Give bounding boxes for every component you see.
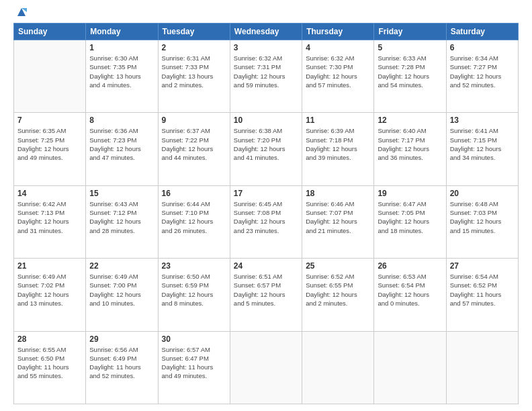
day-number: 16	[162, 189, 226, 198]
day-info: Sunrise: 6:56 AM Sunset: 6:49 PM Dayligh…	[89, 345, 154, 381]
calendar-cell: 7Sunrise: 6:35 AM Sunset: 7:25 PM Daylig…	[14, 113, 86, 185]
week-row-4: 28Sunrise: 6:55 AM Sunset: 6:50 PM Dayli…	[14, 331, 519, 404]
day-info: Sunrise: 6:50 AM Sunset: 6:59 PM Dayligh…	[162, 272, 226, 308]
day-info: Sunrise: 6:32 AM Sunset: 7:30 PM Dayligh…	[306, 54, 370, 89]
day-info: Sunrise: 6:32 AM Sunset: 7:31 PM Dayligh…	[234, 54, 298, 89]
calendar-cell: 16Sunrise: 6:44 AM Sunset: 7:10 PM Dayli…	[158, 185, 230, 258]
day-number: 28	[17, 334, 82, 344]
day-info: Sunrise: 6:39 AM Sunset: 7:18 PM Dayligh…	[306, 126, 370, 162]
calendar-cell: 14Sunrise: 6:42 AM Sunset: 7:13 PM Dayli…	[14, 185, 86, 258]
calendar-cell: 13Sunrise: 6:41 AM Sunset: 7:15 PM Dayli…	[446, 113, 518, 185]
calendar-cell: 18Sunrise: 6:46 AM Sunset: 7:07 PM Dayli…	[302, 185, 374, 258]
day-info: Sunrise: 6:55 AM Sunset: 6:50 PM Dayligh…	[17, 345, 82, 381]
day-number: 12	[378, 116, 442, 125]
day-number: 26	[378, 261, 442, 271]
col-header-thursday: Thursday	[302, 24, 374, 40]
logo-icon	[15, 5, 28, 19]
calendar-cell: 28Sunrise: 6:55 AM Sunset: 6:50 PM Dayli…	[14, 331, 86, 404]
calendar-cell	[302, 331, 374, 404]
week-row-1: 7Sunrise: 6:35 AM Sunset: 7:25 PM Daylig…	[14, 113, 519, 185]
day-info: Sunrise: 6:41 AM Sunset: 7:15 PM Dayligh…	[450, 126, 515, 162]
calendar-cell: 19Sunrise: 6:47 AM Sunset: 7:05 PM Dayli…	[374, 185, 446, 258]
day-number: 22	[89, 261, 154, 271]
day-number: 7	[17, 116, 82, 125]
day-info: Sunrise: 6:37 AM Sunset: 7:22 PM Dayligh…	[162, 126, 226, 162]
calendar-cell: 6Sunrise: 6:34 AM Sunset: 7:27 PM Daylig…	[446, 40, 518, 113]
calendar-cell	[14, 40, 86, 113]
day-number: 15	[89, 189, 154, 198]
day-number: 6	[450, 43, 515, 52]
calendar-cell: 9Sunrise: 6:37 AM Sunset: 7:22 PM Daylig…	[158, 113, 230, 185]
day-info: Sunrise: 6:54 AM Sunset: 6:52 PM Dayligh…	[450, 272, 515, 308]
day-info: Sunrise: 6:44 AM Sunset: 7:10 PM Dayligh…	[162, 199, 226, 235]
day-info: Sunrise: 6:35 AM Sunset: 7:25 PM Dayligh…	[17, 126, 82, 162]
day-number: 5	[378, 43, 442, 52]
week-row-0: 1Sunrise: 6:30 AM Sunset: 7:35 PM Daylig…	[14, 40, 519, 113]
calendar-cell	[446, 331, 518, 404]
calendar-cell: 4Sunrise: 6:32 AM Sunset: 7:30 PM Daylig…	[302, 40, 374, 113]
calendar-cell: 21Sunrise: 6:49 AM Sunset: 7:02 PM Dayli…	[14, 259, 86, 331]
calendar-cell: 1Sunrise: 6:30 AM Sunset: 7:35 PM Daylig…	[86, 40, 158, 113]
calendar-cell: 8Sunrise: 6:36 AM Sunset: 7:23 PM Daylig…	[86, 113, 158, 185]
calendar-cell: 5Sunrise: 6:33 AM Sunset: 7:28 PM Daylig…	[374, 40, 446, 113]
day-info: Sunrise: 6:43 AM Sunset: 7:12 PM Dayligh…	[89, 199, 154, 235]
calendar-cell: 25Sunrise: 6:52 AM Sunset: 6:55 PM Dayli…	[302, 259, 374, 331]
day-number: 9	[162, 116, 226, 125]
day-number: 18	[306, 189, 370, 198]
col-header-friday: Friday	[374, 24, 446, 40]
calendar-cell	[374, 331, 446, 404]
day-info: Sunrise: 6:46 AM Sunset: 7:07 PM Dayligh…	[306, 199, 370, 235]
day-number: 19	[378, 189, 442, 198]
day-info: Sunrise: 6:36 AM Sunset: 7:23 PM Dayligh…	[89, 126, 154, 162]
day-info: Sunrise: 6:33 AM Sunset: 7:28 PM Dayligh…	[378, 54, 442, 89]
day-info: Sunrise: 6:30 AM Sunset: 7:35 PM Dayligh…	[89, 54, 154, 89]
day-number: 10	[234, 116, 298, 125]
day-number: 17	[234, 189, 298, 198]
calendar-cell: 23Sunrise: 6:50 AM Sunset: 6:59 PM Dayli…	[158, 259, 230, 331]
day-info: Sunrise: 6:40 AM Sunset: 7:17 PM Dayligh…	[378, 126, 442, 162]
calendar-cell: 10Sunrise: 6:38 AM Sunset: 7:20 PM Dayli…	[230, 113, 302, 185]
calendar-cell: 20Sunrise: 6:48 AM Sunset: 7:03 PM Dayli…	[446, 185, 518, 258]
col-header-monday: Monday	[86, 24, 158, 40]
col-header-saturday: Saturday	[446, 24, 518, 40]
day-number: 11	[306, 116, 370, 125]
col-header-wednesday: Wednesday	[230, 24, 302, 40]
day-number: 29	[89, 334, 154, 344]
day-number: 25	[306, 261, 370, 271]
calendar-cell: 2Sunrise: 6:31 AM Sunset: 7:33 PM Daylig…	[158, 40, 230, 113]
day-info: Sunrise: 6:52 AM Sunset: 6:55 PM Dayligh…	[306, 272, 370, 308]
week-row-2: 14Sunrise: 6:42 AM Sunset: 7:13 PM Dayli…	[14, 185, 519, 258]
calendar-cell: 24Sunrise: 6:51 AM Sunset: 6:57 PM Dayli…	[230, 259, 302, 331]
day-number: 2	[162, 43, 226, 52]
calendar-cell	[230, 331, 302, 404]
day-info: Sunrise: 6:53 AM Sunset: 6:54 PM Dayligh…	[378, 272, 442, 308]
calendar-cell: 15Sunrise: 6:43 AM Sunset: 7:12 PM Dayli…	[86, 185, 158, 258]
calendar-cell: 26Sunrise: 6:53 AM Sunset: 6:54 PM Dayli…	[374, 259, 446, 331]
day-info: Sunrise: 6:57 AM Sunset: 6:47 PM Dayligh…	[162, 345, 226, 381]
day-number: 30	[162, 334, 226, 344]
day-info: Sunrise: 6:34 AM Sunset: 7:27 PM Dayligh…	[450, 54, 515, 89]
day-info: Sunrise: 6:48 AM Sunset: 7:03 PM Dayligh…	[450, 199, 515, 235]
day-number: 14	[17, 189, 82, 198]
calendar-cell: 3Sunrise: 6:32 AM Sunset: 7:31 PM Daylig…	[230, 40, 302, 113]
day-number: 23	[162, 261, 226, 271]
calendar-table: SundayMondayTuesdayWednesdayThursdayFrid…	[13, 23, 519, 404]
calendar-cell: 17Sunrise: 6:45 AM Sunset: 7:08 PM Dayli…	[230, 185, 302, 258]
calendar-cell: 29Sunrise: 6:56 AM Sunset: 6:49 PM Dayli…	[86, 331, 158, 404]
logo	[13, 12, 28, 16]
calendar-cell: 11Sunrise: 6:39 AM Sunset: 7:18 PM Dayli…	[302, 113, 374, 185]
calendar-cell: 30Sunrise: 6:57 AM Sunset: 6:47 PM Dayli…	[158, 331, 230, 404]
column-headers: SundayMondayTuesdayWednesdayThursdayFrid…	[14, 24, 519, 40]
page: SundayMondayTuesdayWednesdayThursdayFrid…	[0, 0, 532, 411]
day-info: Sunrise: 6:38 AM Sunset: 7:20 PM Dayligh…	[234, 126, 298, 162]
col-header-tuesday: Tuesday	[158, 24, 230, 40]
day-info: Sunrise: 6:45 AM Sunset: 7:08 PM Dayligh…	[234, 199, 298, 235]
day-number: 21	[17, 261, 82, 271]
day-number: 1	[89, 43, 154, 52]
day-info: Sunrise: 6:42 AM Sunset: 7:13 PM Dayligh…	[17, 199, 82, 235]
day-info: Sunrise: 6:31 AM Sunset: 7:33 PM Dayligh…	[162, 54, 226, 89]
day-info: Sunrise: 6:49 AM Sunset: 7:00 PM Dayligh…	[89, 272, 154, 308]
day-info: Sunrise: 6:51 AM Sunset: 6:57 PM Dayligh…	[234, 272, 298, 308]
week-row-3: 21Sunrise: 6:49 AM Sunset: 7:02 PM Dayli…	[14, 259, 519, 331]
col-header-sunday: Sunday	[14, 24, 86, 40]
